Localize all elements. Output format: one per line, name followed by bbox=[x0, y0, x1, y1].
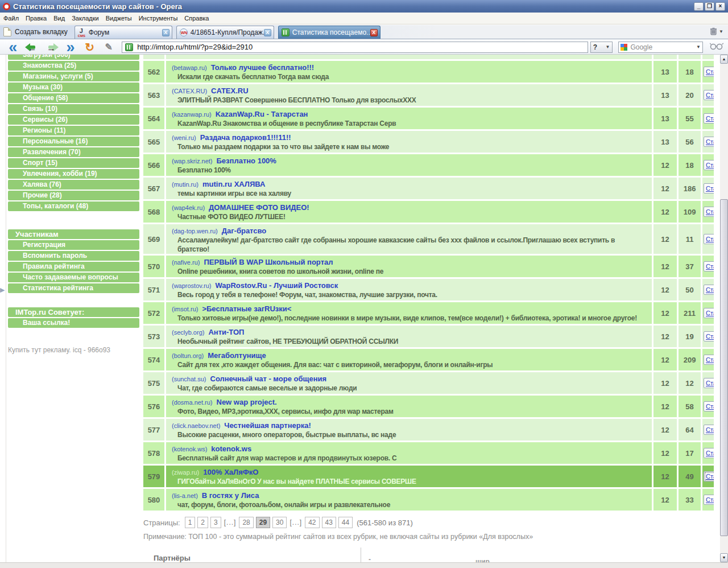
stats-button[interactable]: Ста bbox=[704, 113, 714, 124]
site-title-link[interactable]: В гостях у Лиса bbox=[202, 491, 259, 500]
pagination-page-3[interactable]: 3 bbox=[210, 517, 221, 528]
sidebar-category-12[interactable]: Халява (76) bbox=[8, 180, 139, 190]
sidebar-category-9[interactable]: Развлечения (70) bbox=[8, 147, 139, 157]
tab-0[interactable]: JCMSФорумX bbox=[75, 26, 172, 39]
stats-button[interactable]: Ста bbox=[704, 261, 714, 271]
sidebar-category-13[interactable]: Прочие (28) bbox=[8, 191, 139, 200]
tab-close-icon[interactable]: X bbox=[162, 29, 169, 36]
sidebar-member-item-3[interactable]: Часто задаваемые вопросы bbox=[8, 273, 139, 282]
site-title-link[interactable]: 100% ХаЛяФкО bbox=[203, 468, 258, 476]
menu-item-1[interactable]: Правка bbox=[22, 13, 50, 23]
stats-button[interactable]: Ста bbox=[704, 401, 714, 411]
sidebar-member-item-4[interactable]: Статистика рейтинга bbox=[8, 283, 139, 293]
sidebar-category-1[interactable]: Знакомства (25) bbox=[8, 61, 139, 71]
tab-1[interactable]: WN4/18651-Купля/Продаж...X bbox=[176, 26, 274, 39]
stats-button[interactable]: Ста bbox=[704, 425, 714, 435]
menu-item-5[interactable]: Инструменты bbox=[135, 13, 181, 23]
trash-button[interactable]: ▼ bbox=[710, 27, 728, 39]
sidebar-category-8[interactable]: Персональные (16) bbox=[8, 137, 139, 146]
pagination-page-42[interactable]: 42 bbox=[305, 517, 319, 528]
stats-button[interactable]: Ста bbox=[704, 331, 714, 341]
pagination-page-1[interactable]: 1 bbox=[185, 517, 196, 528]
stats-button[interactable]: Ста bbox=[704, 137, 714, 147]
sidebar-member-item-2[interactable]: Правила рейтинга bbox=[8, 262, 139, 271]
help-button[interactable]: ?▼ bbox=[590, 42, 613, 53]
menu-item-3[interactable]: Закладки bbox=[68, 13, 102, 23]
site-title-link[interactable]: >Бесплатные загRUзки< bbox=[202, 304, 291, 313]
stats-button[interactable]: Ста bbox=[704, 234, 714, 244]
stats-button[interactable]: Ста bbox=[704, 183, 714, 194]
sidebar-category-6[interactable]: Сервисы (26) bbox=[8, 115, 139, 125]
stats-button[interactable]: Ста bbox=[704, 207, 714, 217]
rewind-button[interactable]: « bbox=[5, 42, 22, 52]
site-title-link[interactable]: Даг-братсво bbox=[222, 227, 267, 235]
stats-button[interactable]: Ста bbox=[704, 160, 714, 170]
reload-button[interactable]: ↻ bbox=[81, 40, 98, 54]
address-bar[interactable]: http://imtop.ru/html/?p=29&id=2910 bbox=[122, 42, 588, 53]
site-title-link[interactable]: Безплатно 100% bbox=[217, 157, 276, 165]
site-title-link[interactable]: CATEX.RU bbox=[211, 87, 248, 95]
sidebar-category-0[interactable]: Загрузки (366) bbox=[8, 55, 139, 60]
pencil-button[interactable]: ✎ bbox=[100, 42, 117, 52]
pagination-page-28[interactable]: 28 bbox=[239, 517, 253, 528]
pagination-page-43[interactable]: 43 bbox=[322, 517, 336, 528]
site-title-link[interactable]: KazanWap.Ru - Татарстан bbox=[216, 110, 308, 118]
fast-forward-button[interactable]: » bbox=[62, 42, 79, 52]
minimize-button[interactable]: _ bbox=[694, 2, 704, 11]
site-title-link[interactable]: Анти-ТОП bbox=[208, 328, 244, 336]
sidebar-category-4[interactable]: Общение (58) bbox=[8, 93, 139, 103]
menu-item-4[interactable]: Виджеты bbox=[102, 13, 135, 23]
stats-button[interactable]: Ста bbox=[704, 90, 714, 100]
restore-button[interactable]: ❐ bbox=[705, 2, 714, 11]
site-title-link[interactable]: Солнечный чат - море общения bbox=[210, 374, 327, 383]
tab-2[interactable]: Статистика посещаемо...X bbox=[278, 26, 380, 39]
pagination-page-44[interactable]: 44 bbox=[338, 517, 353, 528]
scrollbar-thumb[interactable] bbox=[720, 199, 728, 536]
menu-item-6[interactable]: Справка bbox=[181, 13, 212, 23]
tab-close-icon[interactable]: X bbox=[264, 29, 271, 36]
site-title-link[interactable]: kotenok.ws bbox=[211, 444, 251, 453]
sidebar-category-7[interactable]: Регионы (11) bbox=[8, 126, 139, 135]
sidebar-member-item-1[interactable]: Вспомнить пароль bbox=[8, 251, 139, 261]
stats-button[interactable]: Ста bbox=[704, 67, 714, 77]
back-button[interactable]: ← bbox=[24, 43, 41, 51]
scroll-down-arrow[interactable]: ▼ bbox=[720, 553, 728, 562]
site-title-link[interactable]: ДОМАШНЕЕ ФОТО ВИДЕО! bbox=[209, 203, 309, 212]
site-title-link[interactable]: Честнейшая партнерка! bbox=[224, 421, 311, 430]
stats-button[interactable]: Ста bbox=[704, 448, 714, 458]
new-tab-button[interactable]: Создать вкладку bbox=[2, 27, 75, 39]
google-search-box[interactable]: Google ▼ bbox=[618, 42, 703, 53]
stats-button[interactable]: Ста bbox=[704, 378, 714, 388]
sidebar-member-item-0[interactable]: Регистрация bbox=[8, 240, 139, 250]
tab-close-icon[interactable]: X bbox=[370, 29, 378, 36]
scroll-up-arrow[interactable]: ▲ bbox=[720, 55, 728, 64]
pagination-page-30[interactable]: 30 bbox=[272, 517, 287, 528]
pagination-page-29[interactable]: 29 bbox=[256, 517, 270, 528]
site-title-link[interactable]: Только лучшее бесплатно!!! bbox=[211, 63, 314, 72]
vertical-scrollbar[interactable]: ▲ ▼ bbox=[720, 55, 728, 562]
site-title-link[interactable]: Мегаболтунище bbox=[208, 351, 266, 360]
site-title-link[interactable]: WapRostov.Ru - Лучший Ростовск bbox=[215, 281, 338, 290]
close-button[interactable]: × bbox=[715, 2, 725, 11]
sidebar-advice-item-0[interactable]: Ваша ссылка! bbox=[8, 318, 139, 328]
site-title-link[interactable]: New wap project. bbox=[217, 398, 277, 406]
sidebar-category-2[interactable]: Магазины, услуги (5) bbox=[8, 72, 139, 81]
sidebar-category-11[interactable]: Увлечения, хобби (19) bbox=[8, 169, 139, 179]
pagination-page-2[interactable]: 2 bbox=[197, 517, 208, 528]
stats-button[interactable]: Ста bbox=[704, 471, 714, 481]
zoom-glasses-icon[interactable] bbox=[710, 42, 723, 52]
site-title-link[interactable]: ПЕРВЫЙ В WAP Школьный портал bbox=[204, 258, 333, 266]
stats-button[interactable]: Ста bbox=[704, 355, 714, 365]
stats-button[interactable]: Ста bbox=[704, 285, 714, 295]
menu-item-2[interactable]: Вид bbox=[50, 13, 68, 23]
stats-button[interactable]: Ста bbox=[704, 495, 714, 505]
menu-item-0[interactable]: Файл bbox=[0, 13, 22, 23]
site-title-link[interactable]: mutin.ru ХАЛЯВА bbox=[202, 180, 265, 188]
horizontal-scrollbar[interactable] bbox=[0, 562, 728, 568]
sidebar-category-3[interactable]: Музыка (30) bbox=[8, 83, 139, 92]
sidebar-category-10[interactable]: Спорт (15) bbox=[8, 158, 139, 168]
sidebar-category-5[interactable]: Связь (10) bbox=[8, 104, 139, 114]
sidebar-category-14[interactable]: Топы, каталоги (48) bbox=[8, 201, 139, 211]
stats-button[interactable]: Ста bbox=[704, 308, 714, 318]
forward-button[interactable]: → bbox=[43, 43, 60, 51]
